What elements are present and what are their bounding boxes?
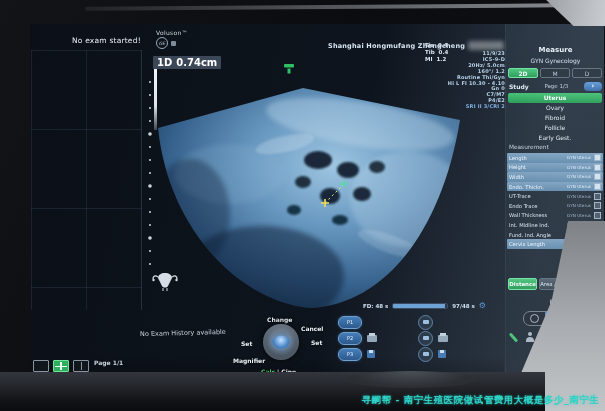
measurement-row-wall-thickness[interactable]: Wall ThicknessGYN Uterus — [507, 211, 603, 221]
row-context: GYN Uterus — [567, 174, 591, 179]
p1-button[interactable]: P1 — [338, 316, 362, 329]
p3-button[interactable]: P3 — [338, 348, 362, 361]
save-disk-icon — [438, 350, 446, 358]
row-context: GYN Uterus — [567, 165, 591, 170]
clip-settings-gear-icon[interactable]: ⚙ — [479, 302, 486, 310]
trackball-bottomleft-hint: Magnifier — [233, 357, 265, 364]
clip-progress-fill — [393, 304, 445, 308]
camera-icon — [423, 320, 429, 324]
row-context: GYN Uterus — [567, 184, 591, 189]
row-checkbox[interactable] — [594, 154, 601, 161]
depth-scale — [148, 81, 152, 265]
measurement-row-endo-thickn[interactable]: Endo. Thickn.GYN Uterus — [507, 182, 603, 192]
panel-title: Measure — [506, 46, 604, 54]
study-pager: Study Page 1/3 › — [509, 81, 602, 91]
row-label: Height — [509, 164, 526, 170]
row-label: Width — [509, 174, 524, 180]
measurement-row-length[interactable]: LengthGYN Uterus — [507, 153, 603, 163]
trackball-right-hint: Set — [311, 339, 322, 346]
study-list: Uterus Ovary Fibroid Follicle Early Gest… — [508, 93, 602, 143]
history-page-indicator: Page 1/1 — [94, 359, 123, 366]
distance-button[interactable]: Distance — [508, 278, 537, 290]
tab-2d[interactable]: 2D — [508, 68, 538, 78]
trackball-center[interactable] — [273, 336, 290, 349]
tab-m[interactable]: M — [540, 68, 570, 78]
study-label: Study — [509, 83, 529, 90]
printer-icon — [438, 335, 448, 342]
uterus-pictogram-icon — [152, 273, 177, 291]
tab-d[interactable]: D — [572, 68, 602, 78]
measurement-row-height[interactable]: HeightGYN Uterus — [507, 163, 603, 173]
printer-icon — [367, 335, 377, 342]
row-checkbox[interactable] — [594, 193, 601, 200]
photo-of-ultrasound-monitor: No exam started! Voluson™ GE 1D 0.74cm S… — [0, 0, 605, 411]
trackball[interactable] — [263, 324, 299, 360]
study-next-page-button[interactable]: › — [584, 82, 602, 91]
row-label: Endo Trace — [509, 203, 537, 209]
study-item-follicle[interactable]: Follicle — [508, 123, 602, 133]
measurement-section-header: Measurement — [509, 144, 549, 150]
disk-glyph-icon — [423, 352, 429, 356]
snapshot-button[interactable] — [418, 315, 433, 330]
clip-progress: FD: 48 s 97/48 s ⚙ — [363, 302, 486, 310]
clock-icon — [530, 314, 539, 323]
toggle-clock-segment[interactable] — [524, 312, 545, 325]
ultrasound-screen: No exam started! Voluson™ GE 1D 0.74cm S… — [30, 24, 604, 372]
row-checkbox[interactable] — [594, 183, 601, 190]
row-checkbox[interactable] — [594, 212, 601, 219]
row-label: Fund. Ind. Angle — [509, 232, 551, 238]
row-checkbox[interactable] — [594, 164, 601, 171]
printer-glyph-icon — [423, 336, 429, 340]
measurement-row-ut-trace[interactable]: UT-TraceGYN Uterus — [507, 191, 603, 201]
study-item-early-gest[interactable]: Early Gest. — [508, 133, 602, 143]
p2-button[interactable]: P2 — [338, 332, 362, 345]
panel-subtitle: GYN Gynecology — [506, 57, 604, 64]
row-context: GYN Uterus — [567, 203, 591, 208]
quad-layout-icon[interactable] — [53, 360, 69, 372]
dual-layout-icon[interactable] — [73, 360, 89, 372]
study-page-indicator: Page 1/3 — [544, 83, 568, 89]
clip-progress-bar — [392, 303, 448, 309]
single-layout-icon[interactable] — [33, 360, 49, 372]
probe-orientation-marker-icon — [284, 64, 294, 74]
study-item-ovary[interactable]: Ovary — [508, 103, 602, 113]
measurement-row-width[interactable]: WidthGYN Uterus — [507, 172, 603, 182]
print-button[interactable] — [418, 331, 433, 346]
study-item-uterus[interactable]: Uterus — [508, 93, 602, 103]
p-button-column-right — [418, 316, 448, 360]
row-context: GYN Uterus — [567, 194, 591, 199]
row-label: Cervix Length — [509, 241, 545, 247]
row-label: Int. Midline Ind. — [509, 222, 549, 228]
row-context: GYN Uterus — [567, 213, 591, 218]
save-button[interactable] — [418, 347, 433, 362]
row-label: UT-Trace — [509, 193, 531, 199]
row-label: Endo. Thickn. — [509, 184, 544, 190]
save-disk-icon — [367, 350, 375, 358]
study-item-fibroid[interactable]: Fibroid — [508, 113, 602, 123]
measurement-row-endo-trace[interactable]: Endo TraceGYN Uterus — [507, 201, 603, 211]
monitor-stand — [345, 371, 477, 388]
p-button-column-left: P1 P2 P3 — [338, 316, 377, 360]
row-label: Wall Thickness — [509, 212, 547, 218]
trackball-topright-hint: Cancel — [301, 325, 323, 332]
row-checkbox[interactable] — [594, 202, 601, 209]
ultrasound-fan — [150, 87, 466, 326]
row-checkbox[interactable] — [594, 173, 601, 180]
display-layout-switcher — [33, 360, 89, 372]
trackball-top-hint: Change — [267, 316, 292, 323]
patient-icon[interactable]: + — [525, 332, 536, 343]
row-context: GYN Uterus — [567, 155, 591, 160]
row-label: Length — [509, 155, 527, 161]
trackball-left-hint: Set — [241, 340, 252, 347]
video-watermark: 寻嗣帮 - 南宁生殖医院做试管费用大概是多少_南宁生 — [362, 394, 599, 407]
clip-progress-value: 97/48 s — [452, 303, 475, 309]
pen-icon[interactable] — [509, 332, 519, 342]
mode-tabs: 2D M D — [508, 68, 602, 78]
trackball-hint-cluster: Change Cancel Set Set Magnifier Calc|Cin… — [233, 316, 347, 372]
clip-duration-label: FD: 48 s — [363, 303, 388, 309]
